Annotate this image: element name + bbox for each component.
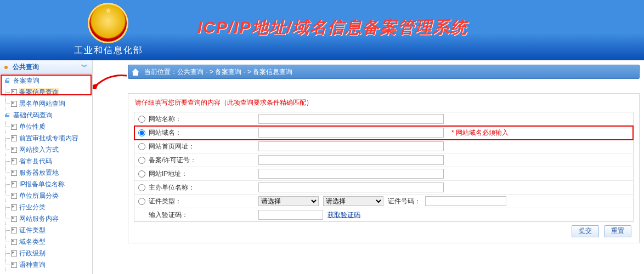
sidebar-item[interactable]: 基础代码查询	[0, 110, 92, 121]
sidebar-subitem[interactable]: 省市县代码	[0, 156, 92, 167]
tree-node-icon	[11, 227, 17, 233]
form-row: 网站首页网址：	[134, 140, 633, 153]
text-input[interactable]	[258, 128, 444, 138]
breadcrumb-text: 当前位置：公共查询 - > 备案查询 - > 备案信息查询	[144, 68, 292, 76]
sidebar-subitem[interactable]: 网站接入方式	[0, 144, 92, 156]
sidebar-subitem[interactable]: IP报备单位名称	[0, 179, 92, 190]
sidebar-subitem[interactable]: 语种查询	[0, 259, 92, 271]
sidebar-subitem[interactable]: 证件类型	[0, 225, 92, 236]
reset-button[interactable]: 重置	[604, 225, 631, 237]
text-input[interactable]	[258, 182, 444, 192]
text-input[interactable]	[258, 114, 444, 124]
sidebar-subitem[interactable]: 备案信息查询	[0, 87, 92, 98]
sidebar-subitem[interactable]: 行业分类	[0, 202, 92, 213]
ministry-label: 工业和信息化部	[74, 45, 143, 56]
required-hint: * 网站域名必须输入	[451, 128, 509, 138]
sidebar: 公共查询 ︾ 备案查询备案信息查询黑名单网站查询基础代码查询单位性质前置审批或专…	[0, 60, 93, 274]
sidebar-subitem[interactable]: 单位性质	[0, 121, 92, 133]
sidebar-item-label: 行政级别	[19, 249, 46, 257]
doc-id-label: 证件号码：	[388, 197, 421, 206]
sidebar-subitem[interactable]: 前置审批或专项内容	[0, 133, 92, 144]
text-input[interactable]	[258, 141, 444, 151]
chevron-down-icon[interactable]: ︾	[81, 60, 88, 73]
row-label: 主办单位名称：	[148, 183, 258, 192]
doc-type-select[interactable]: 请选择	[258, 196, 319, 206]
row-input-cell	[258, 182, 633, 192]
row-input-cell: 获取验证码	[258, 210, 633, 220]
form-row: 备案/许可证号：	[134, 153, 633, 167]
tree-node-icon	[11, 170, 17, 176]
row-radio[interactable]	[138, 143, 145, 150]
sidebar-item-label: 域名类型	[19, 238, 46, 246]
sidebar-subitem[interactable]: 行政级别	[0, 248, 92, 259]
captcha-input[interactable]	[258, 210, 323, 220]
get-captcha-link[interactable]: 获取验证码	[327, 210, 360, 220]
sidebar-item-label: 单位性质	[19, 123, 46, 130]
row-input-cell	[258, 155, 633, 165]
form-row: 网站域名：* 网站域名必须输入	[134, 126, 633, 140]
row-radio[interactable]	[138, 170, 145, 178]
form-instruction: 请仔细填写您所要查询的内容（此项查询要求条件精确匹配）	[135, 98, 634, 107]
bullet-icon	[4, 66, 8, 69]
main-content: 当前位置：公共查询 - > 备案查询 - > 备案信息查询 请仔细填写您所要查询…	[93, 60, 644, 274]
sidebar-group-header[interactable]: 公共查询 ︾	[0, 60, 92, 74]
sidebar-item[interactable]: 备案查询	[0, 75, 92, 87]
form-rows: 网站名称：网站域名：* 网站域名必须输入网站首页网址：备案/许可证号：网站IP地…	[134, 112, 634, 222]
submit-button[interactable]: 提交	[572, 225, 599, 237]
text-input[interactable]	[258, 169, 444, 179]
sidebar-subitem[interactable]: 黑名单网站查询	[0, 98, 92, 110]
sidebar-subitem[interactable]: 域名类型	[0, 236, 92, 248]
row-input-cell	[258, 169, 633, 179]
breadcrumb: 当前位置：公共查询 - > 备案查询 - > 备案信息查询	[128, 65, 640, 79]
row-input-cell	[258, 141, 633, 151]
row-radio[interactable]	[138, 129, 145, 136]
row-label: 备案/许可证号：	[148, 156, 258, 165]
doc-type-select[interactable]: 请选择	[323, 196, 383, 206]
sidebar-item-label: 黑名单网站查询	[19, 100, 65, 107]
folder-icon	[4, 112, 11, 119]
sidebar-item-label: 单位所属分类	[19, 192, 59, 199]
tree-node-icon	[11, 204, 17, 210]
annotation-arrow-icon	[93, 72, 128, 89]
sidebar-group-label: 公共查询	[13, 63, 39, 71]
row-radio[interactable]	[138, 198, 145, 205]
sidebar-subitem[interactable]: 网站服务内容	[0, 213, 92, 225]
sidebar-item-label: 网站服务内容	[19, 215, 59, 222]
tree-node-icon	[11, 262, 17, 268]
form-row: 网站名称：	[134, 112, 633, 126]
sidebar-item-label: 网站接入方式	[19, 146, 59, 153]
form-buttons: 提交 重置	[134, 222, 634, 237]
folder-icon	[4, 78, 11, 84]
sidebar-item-label: 行业分类	[19, 203, 46, 211]
form-row: 主办单位名称：	[134, 181, 633, 195]
sidebar-subitem[interactable]: 服务器放置地	[0, 167, 92, 179]
tree-node-icon	[11, 135, 17, 141]
tree-node-icon	[11, 250, 17, 256]
sidebar-item-label: 基础代码查询	[13, 111, 53, 119]
sidebar-item-label: 语种查询	[19, 261, 46, 269]
sidebar-item-label: IP报备单位名称	[19, 180, 65, 188]
row-input-cell: * 网站域名必须输入	[258, 128, 633, 138]
sidebar-item-label: 省市县代码	[19, 157, 52, 165]
tree-node-icon	[11, 89, 17, 95]
app-header: 工业和信息化部 ICP/IP地址/域名信息备案管理系统	[0, 0, 644, 60]
query-form: 请仔细填写您所要查询的内容（此项查询要求条件精确匹配） 网站名称：网站域名：* …	[128, 93, 640, 243]
row-radio[interactable]	[138, 184, 145, 191]
row-radio[interactable]	[138, 157, 145, 164]
text-input[interactable]	[258, 155, 444, 165]
sidebar-item-label: 前置审批或专项内容	[19, 134, 78, 142]
tree-node-icon	[11, 216, 17, 222]
row-radio[interactable]	[138, 116, 145, 123]
home-icon	[132, 68, 139, 76]
sidebar-item-label: 备案信息查询	[19, 88, 59, 96]
tree-node-icon	[11, 124, 17, 130]
row-input-cell: 请选择请选择证件号码：	[258, 196, 633, 206]
row-label: 网站名称：	[148, 115, 258, 124]
sidebar-item-label: 服务器放置地	[19, 169, 59, 176]
form-row: 证件类型：请选择请选择证件号码：	[134, 195, 633, 208]
tree-node-icon	[11, 147, 17, 153]
sidebar-subitem[interactable]: 单位所属分类	[0, 190, 92, 202]
national-emblem-icon	[88, 3, 128, 43]
doc-id-input[interactable]	[425, 196, 506, 206]
form-row: 输入验证码：获取验证码	[134, 208, 633, 221]
